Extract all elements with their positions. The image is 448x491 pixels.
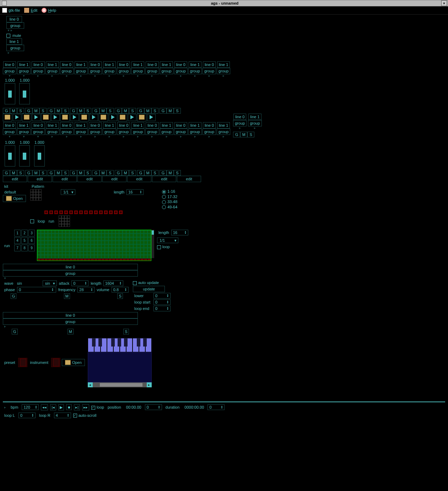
line-cell[interactable]: line 0 bbox=[117, 122, 130, 129]
green-frac-dropdown[interactable]: 1/1 bbox=[157, 238, 178, 243]
duration-spin[interactable]: ▲▼ bbox=[207, 404, 225, 410]
osc2-g[interactable]: G bbox=[12, 329, 18, 334]
auto-scroll-check[interactable]: auto-scroll bbox=[73, 413, 97, 418]
group-cell[interactable]: group bbox=[160, 68, 173, 74]
expander[interactable]: ▹ bbox=[3, 325, 138, 328]
g-button[interactable]: G bbox=[48, 108, 55, 114]
edit-button[interactable]: edit bbox=[152, 176, 176, 182]
line0-cell[interactable]: line 0 bbox=[6, 16, 22, 22]
group-cell[interactable]: group bbox=[60, 129, 74, 135]
edit-button[interactable]: edit bbox=[28, 176, 52, 182]
osc2-m[interactable]: M bbox=[68, 329, 74, 334]
freq-spin[interactable]: ▲▼ bbox=[77, 287, 95, 293]
piano-scrollbar[interactable]: ◂▸ bbox=[88, 382, 152, 387]
menu-file[interactable]: gtk-file bbox=[2, 8, 20, 13]
line-cell[interactable]: line 1 bbox=[75, 61, 87, 68]
group-cell[interactable]: group bbox=[88, 68, 102, 74]
s-button[interactable]: S bbox=[39, 108, 47, 114]
expander-icon[interactable]: ▿ bbox=[7, 74, 12, 77]
mini-grid-1[interactable] bbox=[30, 189, 42, 201]
loopr-spin[interactable]: ▲▼ bbox=[54, 413, 71, 418]
s-button[interactable]: S bbox=[62, 108, 69, 114]
expander-icon[interactable]: ▹ bbox=[93, 74, 97, 77]
green-length-spin[interactable]: ▲▼ bbox=[171, 230, 188, 235]
update-button[interactable]: update bbox=[133, 286, 165, 292]
expander[interactable]: ▹ bbox=[238, 126, 242, 130]
expander-icon[interactable]: ▹ bbox=[50, 135, 54, 138]
loop-end-spin[interactable]: ▲▼ bbox=[153, 306, 171, 311]
osc2-s[interactable]: S bbox=[123, 329, 129, 334]
m-button[interactable]: M bbox=[10, 170, 17, 176]
expander-icon[interactable]: ▹ bbox=[122, 74, 126, 77]
expander-icon[interactable]: ▹ bbox=[193, 74, 197, 77]
bpm-spin[interactable]: ▲▼ bbox=[22, 404, 39, 410]
line-cell[interactable]: line 0 bbox=[32, 61, 44, 68]
instrument-slider[interactable] bbox=[51, 358, 60, 367]
edit-button[interactable]: edit bbox=[3, 176, 27, 182]
group-cell[interactable]: group bbox=[3, 129, 16, 135]
expander-icon[interactable]: ▹ bbox=[65, 74, 69, 77]
osc2-group[interactable]: group bbox=[3, 318, 138, 325]
folder-button[interactable] bbox=[118, 114, 127, 121]
window-menu-icon[interactable] bbox=[2, 1, 7, 6]
expander[interactable]: ▹ bbox=[253, 126, 257, 130]
group-cell[interactable]: group bbox=[103, 129, 116, 135]
group-cell[interactable]: group bbox=[131, 129, 145, 135]
line-cell[interactable]: line 1 bbox=[160, 61, 173, 68]
osc-g[interactable]: G bbox=[11, 293, 17, 299]
expander-icon[interactable]: ▹ bbox=[136, 135, 140, 138]
slider-1[interactable] bbox=[5, 83, 15, 104]
step-cell[interactable] bbox=[84, 211, 88, 214]
step-cell[interactable] bbox=[49, 211, 53, 214]
group-cell[interactable]: group bbox=[103, 68, 116, 74]
open-button[interactable]: Open bbox=[3, 195, 26, 202]
g-btn[interactable]: G bbox=[233, 132, 240, 137]
loop-start-spin[interactable]: ▲▼ bbox=[153, 299, 171, 305]
extra-line1[interactable]: line 1 bbox=[248, 114, 261, 120]
s-button[interactable]: S bbox=[129, 170, 136, 176]
step-cell[interactable] bbox=[74, 211, 78, 214]
piano-keys[interactable] bbox=[88, 338, 152, 352]
line-cell[interactable]: line 0 bbox=[32, 122, 44, 129]
numpad-8[interactable]: 8 bbox=[21, 245, 28, 251]
s-button[interactable]: S bbox=[107, 108, 114, 114]
slider-4[interactable] bbox=[19, 145, 30, 167]
step-cell[interactable] bbox=[114, 211, 118, 214]
play-button[interactable] bbox=[90, 114, 98, 121]
folder-button[interactable] bbox=[99, 114, 108, 121]
group-cell[interactable]: group bbox=[31, 68, 45, 74]
slider-3[interactable] bbox=[5, 145, 15, 167]
mini-grid-2[interactable] bbox=[59, 216, 70, 227]
group-cell[interactable]: group bbox=[145, 129, 159, 135]
line-cell[interactable]: line 1 bbox=[189, 61, 201, 68]
m-button[interactable]: M bbox=[99, 108, 107, 114]
m-button[interactable]: M bbox=[32, 108, 39, 114]
rewind-button[interactable]: ◂◂ bbox=[41, 404, 48, 410]
play-button[interactable] bbox=[13, 114, 21, 121]
line-cell[interactable]: line 0 bbox=[174, 122, 187, 129]
range-49-64[interactable]: 49-64 bbox=[162, 205, 177, 209]
expander-icon[interactable]: ▹ bbox=[221, 74, 226, 77]
close-button[interactable]: × bbox=[441, 0, 447, 6]
group-cell[interactable]: group bbox=[45, 129, 59, 135]
expander-icon[interactable]: ▹ bbox=[107, 135, 112, 138]
m-button[interactable]: M bbox=[32, 170, 39, 176]
line-cell[interactable]: line 1 bbox=[131, 122, 144, 129]
expander-icon[interactable]: ▿ ▹ bbox=[6, 29, 445, 32]
s-button[interactable]: S bbox=[84, 170, 91, 176]
s-button[interactable]: S bbox=[39, 170, 47, 176]
line-cell[interactable]: line 0 bbox=[146, 61, 158, 68]
g-button[interactable]: G bbox=[160, 170, 167, 176]
line-cell[interactable]: line 1 bbox=[217, 61, 230, 68]
play-button[interactable] bbox=[70, 114, 79, 121]
play-button[interactable] bbox=[32, 114, 41, 121]
m-button[interactable]: M bbox=[55, 170, 62, 176]
m-button[interactable]: M bbox=[77, 108, 84, 114]
pane-divider[interactable] bbox=[3, 402, 445, 402]
m-button[interactable]: M bbox=[55, 108, 62, 114]
line-cell[interactable]: line 0 bbox=[146, 122, 158, 129]
numpad-7[interactable]: 7 bbox=[14, 245, 21, 251]
osc-line0[interactable]: line 0 bbox=[3, 264, 138, 270]
line-cell[interactable]: line 1 bbox=[17, 61, 30, 68]
attack-spin[interactable]: ▲▼ bbox=[71, 280, 88, 286]
